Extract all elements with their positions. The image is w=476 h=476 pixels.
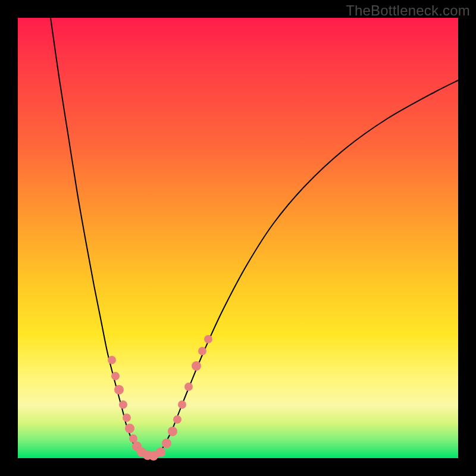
data-marker — [108, 356, 116, 364]
data-marker — [125, 424, 134, 433]
data-marker — [178, 400, 186, 409]
data-marker — [162, 439, 171, 448]
bottleneck-curve — [51, 18, 458, 456]
data-marker — [156, 447, 165, 457]
data-marker — [123, 414, 131, 422]
data-marker — [173, 415, 181, 424]
data-marker — [204, 335, 212, 343]
chart-frame: TheBottleneck.com — [0, 0, 476, 476]
data-marker — [198, 347, 206, 355]
data-marker — [192, 361, 201, 371]
data-marker — [129, 434, 137, 443]
data-marker — [184, 383, 193, 391]
marker-group — [108, 335, 212, 461]
plot-area — [18, 18, 458, 458]
chart-svg — [18, 18, 458, 458]
watermark-text: TheBottleneck.com — [346, 2, 470, 19]
data-marker — [168, 427, 177, 436]
data-marker — [114, 385, 124, 394]
data-marker — [119, 400, 127, 409]
data-marker — [111, 372, 120, 380]
